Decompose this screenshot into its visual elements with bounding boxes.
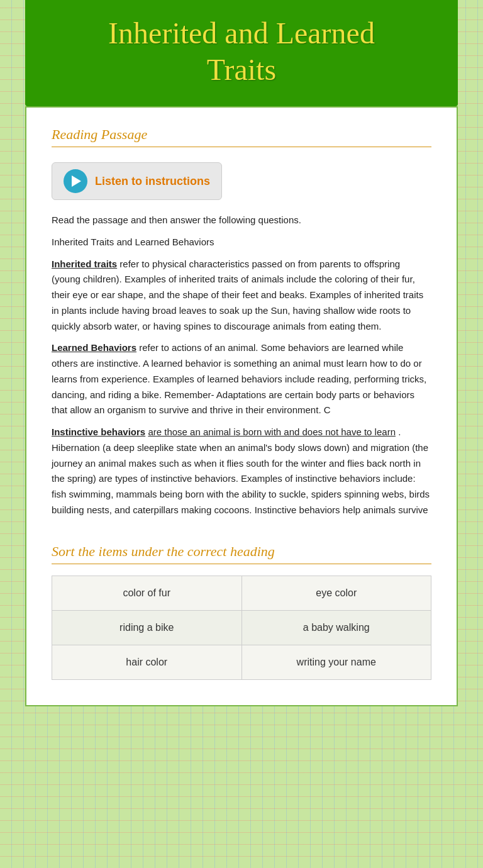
paragraph2: Learned Behaviors refer to actions of an… bbox=[52, 340, 431, 418]
sort-table: color of fureye colorriding a bikea baby… bbox=[52, 576, 431, 680]
inherited-traits-term: Inherited traits bbox=[52, 259, 117, 269]
sort-item-right[interactable]: eye color bbox=[242, 576, 431, 610]
sort-item-right[interactable]: a baby walking bbox=[242, 610, 431, 645]
page-title: Inherited and Learned Traits bbox=[44, 15, 439, 87]
play-icon bbox=[64, 169, 87, 193]
sort-item-left[interactable]: color of fur bbox=[52, 576, 242, 610]
sort-item-left[interactable]: riding a bike bbox=[52, 610, 242, 645]
intro-line2: Inherited Traits and Learned Behaviors bbox=[52, 235, 431, 250]
table-row: riding a bikea baby walking bbox=[52, 610, 431, 645]
paragraph1: Inherited traits refer to physical chara… bbox=[52, 257, 431, 335]
reading-passage-label: Reading Passage bbox=[52, 126, 431, 147]
intro-line1: Read the passage and then answer the fol… bbox=[52, 213, 431, 228]
sort-item-right[interactable]: writing your name bbox=[242, 645, 431, 679]
header-banner: Inherited and Learned Traits bbox=[25, 0, 458, 106]
sort-section-label: Sort the items under the correct heading bbox=[52, 543, 431, 564]
paragraph2-text: refer to actions of an animal. Some beha… bbox=[52, 342, 426, 415]
listen-button-label: Listen to instructions bbox=[95, 175, 210, 188]
paragraph1-text: refer to physical characteristics passed… bbox=[52, 259, 423, 331]
main-content: Reading Passage Listen to instructions R… bbox=[25, 106, 458, 706]
table-row: color of fureye color bbox=[52, 576, 431, 610]
instinctive-behaviors-term: Instinctive behaviors bbox=[52, 426, 145, 437]
paragraph3: Instinctive behaviors are those an anima… bbox=[52, 425, 431, 518]
paragraph3-text: . Hibernation (a deep sleeplike state wh… bbox=[52, 426, 430, 515]
paragraph3-underlined: are those an animal is born with and doe… bbox=[148, 426, 396, 437]
sort-section: Sort the items under the correct heading… bbox=[52, 543, 431, 680]
listen-button[interactable]: Listen to instructions bbox=[52, 162, 222, 200]
table-row: hair colorwriting your name bbox=[52, 645, 431, 679]
learned-behaviors-term: Learned Behaviors bbox=[52, 342, 136, 353]
reading-section: Reading Passage Listen to instructions R… bbox=[52, 126, 431, 518]
sort-item-left[interactable]: hair color bbox=[52, 645, 242, 679]
